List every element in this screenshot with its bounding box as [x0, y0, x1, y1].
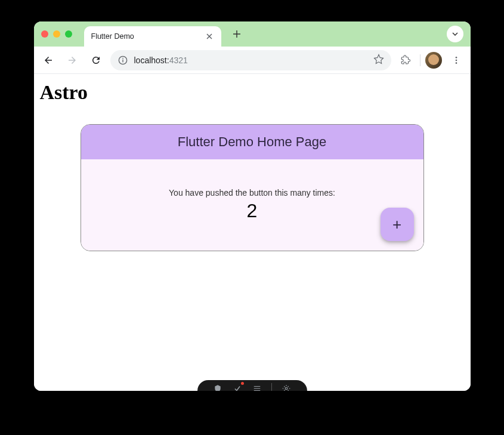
maximize-window-button[interactable] — [65, 30, 72, 38]
page-content: Astro Flutter Demo Home Page You have pu… — [34, 74, 471, 391]
svg-point-5 — [455, 62, 457, 64]
card-title: Flutter Demo Home Page — [81, 134, 423, 150]
browser-window: Flutter Demo localhost:4321 — [34, 21, 471, 391]
counter-value: 2 — [93, 200, 412, 222]
notification-dot-icon — [241, 382, 244, 385]
close-window-button[interactable] — [41, 30, 48, 38]
svg-point-4 — [455, 59, 457, 61]
svg-point-2 — [122, 57, 123, 58]
toolbar-divider — [420, 54, 420, 66]
plus-icon: + — [392, 215, 401, 234]
address-bar: localhost:4321 — [34, 47, 471, 74]
tab-title: Flutter Demo — [91, 32, 134, 41]
page-heading: Astro — [34, 74, 471, 111]
forward-button[interactable] — [63, 51, 82, 70]
close-tab-button[interactable] — [205, 32, 214, 41]
back-button[interactable] — [39, 51, 58, 70]
extensions-button[interactable] — [396, 51, 415, 70]
increment-button[interactable]: + — [381, 208, 414, 241]
counter-label: You have pushed the button this many tim… — [93, 188, 412, 198]
browser-tab[interactable]: Flutter Demo — [84, 26, 221, 47]
menu-button[interactable] — [447, 51, 466, 70]
reload-button[interactable] — [86, 51, 106, 70]
dock-list-icon[interactable] — [252, 383, 262, 391]
bookmark-icon[interactable] — [373, 54, 384, 67]
profile-avatar[interactable] — [425, 52, 442, 69]
site-info-icon[interactable] — [118, 55, 128, 66]
url-port: 4321 — [169, 55, 188, 65]
window-controls — [41, 30, 72, 38]
svg-rect-1 — [122, 59, 123, 62]
minimize-window-button[interactable] — [53, 30, 60, 38]
card-header: Flutter Demo Home Page — [81, 125, 423, 159]
svg-point-6 — [285, 387, 287, 390]
svg-point-3 — [455, 57, 457, 58]
dock-divider — [271, 383, 272, 391]
url-text: localhost:4321 — [134, 55, 367, 65]
card-body: You have pushed the button this many tim… — [81, 159, 423, 251]
flutter-card: Flutter Demo Home Page You have pushed t… — [81, 124, 424, 251]
dock-settings-icon[interactable] — [281, 383, 292, 391]
url-host: localhost: — [134, 55, 169, 65]
devtools-dock — [197, 380, 307, 391]
new-tab-button[interactable] — [228, 26, 245, 42]
dock-debug-icon[interactable] — [232, 383, 243, 391]
url-bar[interactable]: localhost:4321 — [110, 50, 391, 70]
tab-bar: Flutter Demo — [34, 21, 471, 47]
tabs-dropdown-button[interactable] — [447, 26, 463, 42]
dock-inspector-icon[interactable] — [212, 383, 223, 391]
